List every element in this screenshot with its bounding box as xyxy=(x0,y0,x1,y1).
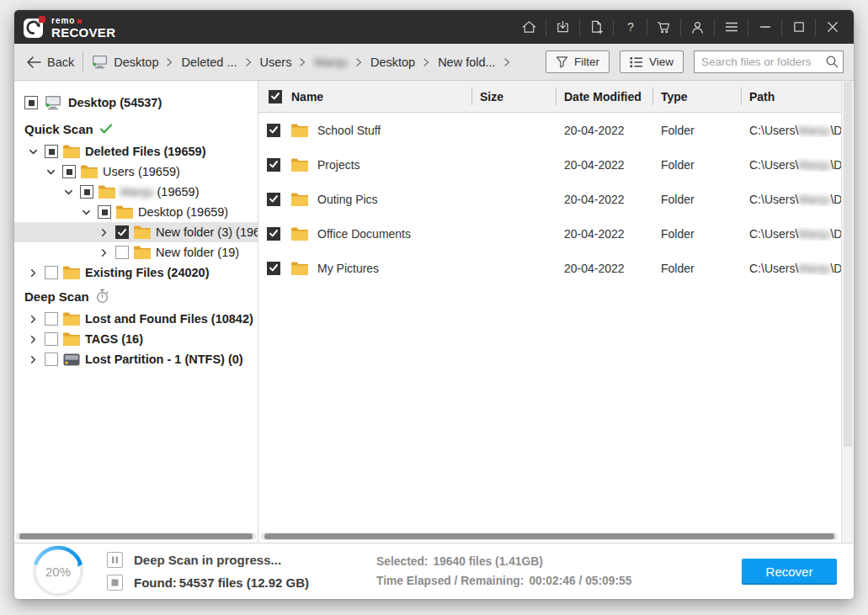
checkbox-indeterminate[interactable] xyxy=(24,96,38,109)
file-row-projects[interactable]: Projects20-04-2022FolderC:\Users\Manju\D… xyxy=(258,147,841,182)
vertical-scrollbar[interactable] xyxy=(841,81,854,543)
breadcrumb-item-new-fold[interactable]: New fold... xyxy=(438,56,496,69)
chevron-right-icon xyxy=(299,57,306,67)
search-icon[interactable] xyxy=(821,55,843,69)
filter-button[interactable]: Filter xyxy=(546,50,610,73)
account-button[interactable] xyxy=(681,17,714,37)
cart-button[interactable] xyxy=(647,17,680,37)
chevron-right-icon[interactable] xyxy=(26,354,40,365)
minimize-icon xyxy=(759,20,772,34)
vertical-scrollbar-thumb[interactable] xyxy=(844,82,852,447)
checkbox-checked[interactable] xyxy=(115,225,129,239)
remo-logo-icon xyxy=(23,15,46,39)
chevron-right-icon[interactable] xyxy=(26,314,40,325)
tree-item-lost-and-found-files-10842[interactable]: Lost and Found Files (10842) xyxy=(24,309,258,329)
home-button[interactable] xyxy=(513,17,546,37)
file-row-office-documents[interactable]: Office Documents20-04-2022FolderC:\Users… xyxy=(258,216,841,251)
chevron-down-icon[interactable] xyxy=(79,207,93,218)
tree-horizontal-scrollbar[interactable] xyxy=(16,533,256,540)
checkbox-indeterminate[interactable] xyxy=(62,165,76,178)
column-header-date-modified[interactable]: Date Modified xyxy=(556,81,652,112)
checkbox-checked[interactable] xyxy=(267,158,280,172)
type-column-label: Type xyxy=(661,90,688,103)
column-header-type[interactable]: Type xyxy=(652,81,741,112)
tree-item-deleted-files-19659[interactable]: Deleted Files (19659) xyxy=(24,141,258,162)
list-horizontal-scrollbar-thumb[interactable] xyxy=(264,533,834,539)
checkbox-unchecked[interactable] xyxy=(45,353,58,366)
recover-button[interactable]: Recover xyxy=(742,559,837,585)
save-session-button[interactable] xyxy=(546,17,579,37)
chevron-right-icon[interactable] xyxy=(97,247,110,258)
tree-item-label: Deleted Files (19659) xyxy=(85,145,205,158)
tree-item-existing-files-24020[interactable]: Existing Files (24020) xyxy=(24,262,258,283)
file-row-outing-pics[interactable]: Outing Pics20-04-2022FolderC:\Users\Manj… xyxy=(258,182,841,216)
tree-item-new-folder-3-19640[interactable]: New folder (3) (19640) xyxy=(24,222,258,242)
chevron-down-icon[interactable] xyxy=(44,167,57,178)
chevron-down-icon[interactable] xyxy=(26,146,40,157)
list-horizontal-scrollbar[interactable] xyxy=(261,533,838,540)
checkbox-unchecked[interactable] xyxy=(45,312,58,326)
tree-horizontal-scrollbar-thumb[interactable] xyxy=(19,533,253,539)
pause-scan-button[interactable] xyxy=(107,552,123,568)
checkbox-unchecked[interactable] xyxy=(45,266,58,279)
folder-icon xyxy=(291,158,308,172)
breadcrumb-item-desktop[interactable]: Desktop xyxy=(370,56,415,69)
breadcrumb-label: Manju xyxy=(314,56,348,69)
column-header-size[interactable]: Size xyxy=(471,81,556,112)
chevron-right-icon[interactable] xyxy=(97,227,110,238)
close-button[interactable] xyxy=(816,17,849,37)
search-input[interactable] xyxy=(695,56,821,68)
checkbox-checked[interactable] xyxy=(267,124,280,137)
search-box xyxy=(694,50,844,73)
tree-item-tags-16[interactable]: TAGS (16) xyxy=(24,329,258,349)
selected-value: 19640 files (1.41GB) xyxy=(433,555,542,568)
folder-icon xyxy=(134,225,151,239)
chevron-down-icon[interactable] xyxy=(61,187,75,198)
size-column-label: Size xyxy=(480,90,503,103)
checkbox-checked[interactable] xyxy=(267,193,280,206)
tree-item-manju-19659[interactable]: Manju (19659) xyxy=(24,182,258,202)
back-button[interactable]: Back xyxy=(26,56,74,69)
chevron-right-icon[interactable] xyxy=(26,268,40,278)
account-icon xyxy=(690,19,706,35)
help-button[interactable]: ? xyxy=(614,17,647,37)
filter-funnel-icon xyxy=(556,56,568,68)
checkbox-checked[interactable] xyxy=(269,90,282,103)
breadcrumb-label: Desktop xyxy=(114,56,158,69)
file-type: Folder xyxy=(652,262,741,275)
tree-item-lost-partition-1-ntfs-0[interactable]: Lost Partition - 1 (NTFS) (0) xyxy=(24,349,258,369)
checkbox-checked[interactable] xyxy=(267,262,280,275)
breadcrumb-item-deleted[interactable]: Deleted ... xyxy=(181,56,237,69)
file-row-school-stuff[interactable]: School Stuff20-04-2022FolderC:\Users\Man… xyxy=(258,113,841,147)
breadcrumb-item-manju[interactable]: Manju xyxy=(314,56,348,69)
stop-scan-button[interactable] xyxy=(107,575,123,591)
column-header-name[interactable]: Name xyxy=(258,81,471,112)
scan-progress-circle: 20% xyxy=(31,544,85,598)
view-button[interactable]: View xyxy=(620,50,684,73)
menu-button[interactable] xyxy=(715,17,748,37)
tree-item-desktop-54537[interactable]: Desktop (54537) xyxy=(24,91,258,114)
breadcrumb-item-users[interactable]: Users xyxy=(260,56,292,69)
tree-item-new-folder-19[interactable]: New folder (19) xyxy=(24,242,258,262)
file-list-header: Name Size Date Modified Type Path xyxy=(258,81,841,113)
file-date: 20-04-2022 xyxy=(556,124,652,137)
checkbox-indeterminate[interactable] xyxy=(80,185,93,199)
tree-item-desktop-19659[interactable]: Desktop (19659) xyxy=(24,202,258,222)
stop-icon xyxy=(111,579,119,586)
maximize-button[interactable] xyxy=(782,17,815,37)
file-row-my-pictures[interactable]: My Pictures20-04-2022FolderC:\Users\Manj… xyxy=(258,251,841,285)
minimize-button[interactable] xyxy=(748,17,781,37)
chevron-right-icon[interactable] xyxy=(26,334,40,345)
checkbox-indeterminate[interactable] xyxy=(45,145,58,158)
checkbox-unchecked[interactable] xyxy=(45,332,58,346)
checkbox-unchecked[interactable] xyxy=(115,246,129,259)
breadcrumb-item-desktop[interactable]: Desktop xyxy=(92,55,158,69)
create-image-button[interactable] xyxy=(580,17,613,37)
main-content: Desktop (54537)Quick ScanDeleted Files (… xyxy=(14,81,854,543)
back-label: Back xyxy=(47,56,74,69)
checkbox-checked[interactable] xyxy=(267,227,280,241)
checkbox-indeterminate[interactable] xyxy=(98,205,111,219)
save-session-icon xyxy=(555,19,571,34)
tree-item-users-19659[interactable]: Users (19659) xyxy=(24,162,258,182)
column-header-path[interactable]: Path xyxy=(741,81,841,112)
